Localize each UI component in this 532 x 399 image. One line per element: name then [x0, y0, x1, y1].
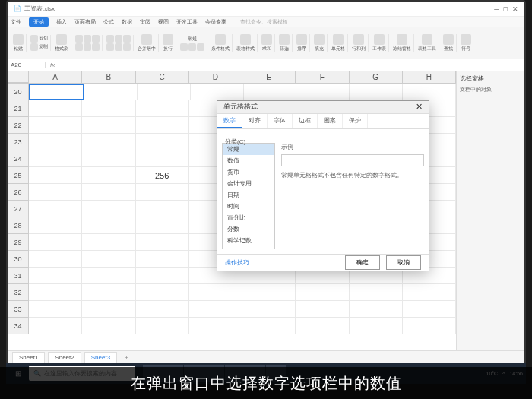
fill-color-icon[interactable]	[84, 43, 91, 51]
cat-number[interactable]: 数值	[223, 155, 274, 166]
cat-date[interactable]: 日期	[223, 189, 274, 201]
dialog-tab-border[interactable]: 边框	[293, 114, 318, 128]
border-icon[interactable]	[75, 43, 83, 51]
cell-B33[interactable]	[82, 301, 135, 318]
row-header-32[interactable]: 32	[8, 284, 29, 301]
dialog-tab-align[interactable]: 对齐	[242, 114, 268, 128]
name-box[interactable]: A20	[8, 62, 46, 68]
cell-H20[interactable]	[403, 84, 456, 100]
col-D[interactable]: D	[189, 71, 242, 83]
cell-E20[interactable]	[244, 84, 297, 100]
cell-A31[interactable]	[29, 268, 82, 284]
table-style-icon[interactable]	[240, 34, 251, 45]
cell-D32[interactable]	[189, 284, 242, 301]
cell-C25[interactable]: 256	[136, 167, 189, 184]
cell-C23[interactable]	[136, 134, 189, 150]
format-painter-icon[interactable]	[56, 34, 67, 45]
comma-icon[interactable]	[197, 43, 204, 51]
row-header-33[interactable]: 33	[8, 301, 29, 318]
window-max-icon[interactable]: □	[504, 5, 508, 13]
cell-G20[interactable]	[350, 84, 403, 100]
cell-D20[interactable]	[191, 84, 244, 100]
valign-bot-icon[interactable]	[123, 43, 131, 51]
cell-B22[interactable]	[82, 117, 135, 134]
row-header-22[interactable]: 22	[8, 117, 29, 134]
valign-top-icon[interactable]	[106, 43, 114, 51]
wrap-icon[interactable]	[163, 34, 173, 45]
category-list[interactable]: 常规 数值 货币 会计专用 日期 时间 百分比 分数 科学记数 文本 特殊 自定…	[222, 143, 275, 249]
col-F[interactable]: F	[296, 71, 349, 83]
cell-B31[interactable]	[82, 268, 135, 284]
dialog-tab-font[interactable]: 字体	[268, 114, 293, 128]
cell-A33[interactable]	[29, 301, 82, 318]
cell-B26[interactable]	[82, 184, 135, 201]
cat-fraction[interactable]: 分数	[223, 223, 274, 235]
freeze-icon[interactable]	[397, 34, 407, 45]
cell-B23[interactable]	[82, 134, 135, 150]
percent-icon[interactable]	[188, 43, 196, 51]
window-close-icon[interactable]: ✕	[512, 5, 518, 13]
cell-A22[interactable]	[29, 117, 82, 134]
row-header-31[interactable]: 31	[8, 268, 29, 284]
cell-B25[interactable]	[82, 167, 135, 184]
row-header-24[interactable]: 24	[8, 150, 29, 167]
find-icon[interactable]	[443, 34, 454, 45]
cell-B29[interactable]	[82, 234, 135, 251]
cell-B24[interactable]	[82, 150, 135, 167]
sort-icon[interactable]	[296, 34, 307, 45]
filter-icon[interactable]	[279, 34, 290, 45]
cat-time[interactable]: 时间	[223, 201, 274, 212]
cut-icon[interactable]	[30, 35, 38, 43]
cell-E34[interactable]	[242, 318, 296, 334]
cell-C32[interactable]	[136, 284, 189, 301]
cell-H32[interactable]	[403, 284, 456, 301]
cell-A34[interactable]	[29, 318, 82, 334]
cell-C24[interactable]	[136, 150, 189, 167]
sum-icon[interactable]	[261, 34, 272, 45]
menu-insert[interactable]: 插入	[56, 18, 67, 26]
cell-G33[interactable]	[350, 301, 403, 318]
merge-icon[interactable]	[141, 34, 152, 45]
row-header-23[interactable]: 23	[8, 134, 29, 150]
cell-D34[interactable]	[189, 318, 242, 334]
cell-C33[interactable]	[136, 301, 189, 318]
cell-F32[interactable]	[296, 284, 349, 301]
align-left-icon[interactable]	[106, 35, 114, 43]
ok-button[interactable]: 确定	[345, 255, 380, 270]
cond-format-icon[interactable]	[215, 34, 226, 45]
menu-layout[interactable]: 页面布局	[74, 18, 96, 26]
sheet-tab-1[interactable]: Sheet1	[12, 352, 45, 363]
cell-icon[interactable]	[333, 34, 344, 45]
cell-B21[interactable]	[82, 100, 135, 117]
cell-A25[interactable]	[29, 167, 82, 184]
cell-C29[interactable]	[136, 234, 189, 251]
dialog-close-icon[interactable]: ✕	[416, 102, 423, 112]
cell-A21[interactable]	[29, 100, 82, 117]
currency-icon[interactable]	[180, 43, 188, 51]
row-header-29[interactable]: 29	[8, 234, 29, 251]
underline-icon[interactable]	[92, 35, 100, 43]
cell-E33[interactable]	[242, 301, 296, 318]
add-sheet-button[interactable]: +	[120, 353, 133, 363]
cell-D33[interactable]	[189, 301, 242, 318]
cell-A27[interactable]	[29, 201, 82, 217]
menu-formula[interactable]: 公式	[103, 18, 114, 26]
cell-G34[interactable]	[350, 318, 403, 334]
menu-home[interactable]: 开始	[29, 17, 49, 27]
cell-C20[interactable]	[138, 84, 191, 100]
row-header-21[interactable]: 21	[8, 100, 29, 117]
sheet-tab-2[interactable]: Sheet2	[48, 352, 81, 363]
align-right-icon[interactable]	[123, 35, 131, 43]
cat-scientific[interactable]: 科学记数	[223, 235, 274, 246]
fx-label[interactable]: fx	[46, 62, 59, 68]
cell-C34[interactable]	[136, 318, 189, 334]
cell-C30[interactable]	[136, 251, 189, 268]
cell-C31[interactable]	[136, 268, 189, 284]
cell-C27[interactable]	[136, 201, 189, 217]
dialog-tab-pattern[interactable]: 图案	[318, 114, 343, 128]
menu-review[interactable]: 审阅	[140, 18, 150, 26]
menu-data[interactable]: 数据	[122, 18, 132, 26]
cell-B27[interactable]	[82, 201, 135, 217]
col-A[interactable]: A	[29, 71, 82, 83]
cell-E32[interactable]	[242, 284, 296, 301]
